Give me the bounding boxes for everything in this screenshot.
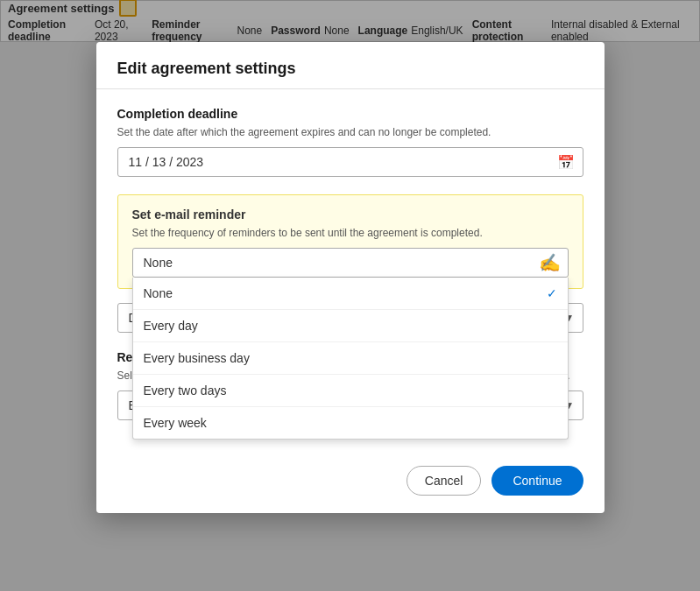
hand-cursor-icon: ✍ [539,252,561,273]
modal-footer: Cancel Continue [96,455,605,513]
completion-deadline-title: Completion deadline [117,107,583,121]
date-input[interactable] [117,147,583,177]
modal-title: Edit agreement settings [117,60,296,77]
reminder-dropdown-list: None Every day Every business day Every … [132,278,569,440]
cancel-button[interactable]: Cancel [407,466,482,496]
email-reminder-section: Set e-mail reminder Set the frequency of… [117,194,583,289]
reminder-dropdown-value: None [144,256,173,270]
completion-deadline-section: Completion deadline Set the date after w… [117,107,583,177]
modal-body: Completion deadline Set the date after w… [96,89,605,455]
dropdown-option-every-week[interactable]: Every week [133,407,568,439]
modal: Edit agreement settings Completion deadl… [96,42,605,513]
modal-overlay: Edit agreement settings Completion deadl… [0,0,700,591]
email-reminder-title: Set e-mail reminder [132,208,569,222]
completion-deadline-desc: Set the date after which the agreement e… [117,126,583,138]
dropdown-option-every-two-days[interactable]: Every two days [133,375,568,407]
modal-header: Edit agreement settings [96,42,605,89]
email-reminder-desc: Set the frequency of reminders to be sen… [132,227,569,239]
dropdown-option-every-day[interactable]: Every day [133,310,568,342]
date-input-wrapper: 📅 [117,147,583,177]
dropdown-option-every-business-day[interactable]: Every business day [133,342,568,375]
continue-button[interactable]: Continue [491,466,583,496]
reminder-dropdown[interactable]: None ✍ [132,248,569,278]
dropdown-option-none[interactable]: None [133,278,568,310]
